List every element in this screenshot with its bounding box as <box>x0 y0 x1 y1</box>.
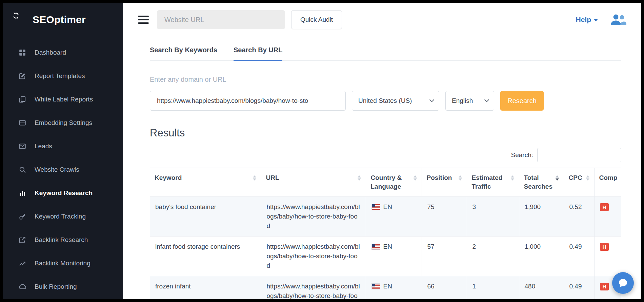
sidebar-item-keyword-research[interactable]: Keyword Research <box>3 181 123 205</box>
column-label: URL <box>266 173 279 182</box>
country-select[interactable]: United States (US) <box>352 91 439 111</box>
sort-icon-active[interactable] <box>556 175 559 181</box>
help-menu[interactable]: Help <box>576 16 598 24</box>
keyword-cell: frozen infant <box>150 276 261 300</box>
sort-icon[interactable] <box>459 175 462 181</box>
chevron-down-icon <box>429 97 434 102</box>
url-cell: https://www.happiestbaby.com/blogs/baby/… <box>261 276 366 300</box>
website-url-input[interactable] <box>157 10 285 29</box>
sidebar-item-website-crawls[interactable]: Website Crawls <box>3 158 123 181</box>
sort-icon[interactable] <box>414 175 417 181</box>
sidebar-item-label: Leads <box>35 143 52 150</box>
cloud-icon <box>18 283 26 291</box>
account-people-icon[interactable] <box>610 14 626 26</box>
brand-name: SEOptimer <box>33 14 86 25</box>
table-header-row: Keyword URL Country & Language Position … <box>150 168 621 197</box>
table-row: frozen infant https://www.happiestbaby.c… <box>150 276 621 300</box>
country-select-value: United States (US) <box>358 97 412 105</box>
sidebar-item-bulk-reporting[interactable]: Bulk Reporting <box>3 275 123 298</box>
column-header-country-language[interactable]: Country & Language <box>366 168 422 197</box>
column-header-cpc[interactable]: CPC <box>564 168 594 197</box>
searches-cell: 1,000 <box>519 237 564 276</box>
us-flag-icon <box>371 283 380 289</box>
country-cell: EN <box>366 197 422 237</box>
language-code: EN <box>383 282 392 291</box>
language-select-value: English <box>452 97 473 105</box>
bar-chart-icon <box>18 189 26 197</box>
chat-launcher-button[interactable] <box>612 272 634 294</box>
table-row: baby's food container https://www.happie… <box>150 197 621 237</box>
sidebar-item-label: Website Crawls <box>35 166 79 173</box>
tab-search-by-url[interactable]: Search By URL <box>234 46 283 61</box>
column-label: Keyword <box>155 173 182 182</box>
column-header-position[interactable]: Position <box>422 168 467 197</box>
cpc-cell: 0.52 <box>564 197 594 237</box>
menu-toggle-button[interactable] <box>138 16 149 24</box>
sidebar-item-dashboard[interactable]: Dashboard <box>3 41 123 64</box>
sort-icon[interactable] <box>358 175 361 181</box>
keyword-cell: infant food storage containers <box>150 237 261 276</box>
brand-logo[interactable]: SEOptimer <box>3 3 123 37</box>
search-form: United States (US) English Research <box>150 91 621 111</box>
table-search-label: Search: <box>511 151 533 159</box>
column-label: Estimated Traffic <box>472 173 508 191</box>
research-button[interactable]: Research <box>500 91 544 111</box>
sidebar-item-white-label-reports[interactable]: White Label Reports <box>3 88 123 111</box>
trend-line-icon <box>18 259 26 267</box>
sidebar-item-label: Keyword Research <box>35 189 93 197</box>
envelope-icon <box>18 142 26 150</box>
quick-audit-button[interactable]: Quick Audit <box>291 10 342 29</box>
position-cell: 75 <box>422 197 467 237</box>
searches-cell: 480 <box>519 276 564 300</box>
searches-cell: 1,900 <box>519 197 564 237</box>
sidebar-item-label: White Label Reports <box>35 96 93 103</box>
language-code: EN <box>383 242 392 251</box>
sidebar-item-backlink-monitoring[interactable]: Backlink Monitoring <box>3 251 123 275</box>
sort-icon[interactable] <box>586 175 589 181</box>
us-flag-icon <box>371 244 380 250</box>
url-cell: https://www.happiestbaby.com/blogs/baby/… <box>261 197 366 237</box>
competition-badge: H <box>600 283 609 290</box>
column-header-competition[interactable]: Comp <box>594 168 621 197</box>
domain-input-label: Enter any domain or URL <box>150 76 621 83</box>
sidebar-item-embedding-settings[interactable]: Embedding Settings <box>3 111 123 134</box>
column-label: Position <box>427 173 452 182</box>
country-cell: EN <box>366 276 422 300</box>
language-select[interactable]: English <box>445 91 494 111</box>
domain-url-input[interactable] <box>150 91 346 111</box>
url-cell: https://www.happiestbaby.com/blogs/baby/… <box>261 237 366 276</box>
sort-icon[interactable] <box>253 175 256 181</box>
sidebar-item-label: Dashboard <box>35 49 66 56</box>
sidebar-item-keyword-tracking[interactable]: Keyword Tracking <box>3 205 123 228</box>
competition-badge: H <box>600 243 609 251</box>
column-header-estimated-traffic[interactable]: Estimated Traffic <box>467 168 519 197</box>
position-cell: 57 <box>422 237 467 276</box>
chevron-down-icon <box>484 97 489 102</box>
caret-down-icon <box>594 19 598 21</box>
sidebar-item-backlink-research[interactable]: Backlink Research <box>3 228 123 251</box>
column-label: Comp <box>599 173 618 182</box>
help-label: Help <box>576 16 591 24</box>
table-search-row: Search: <box>150 148 621 162</box>
language-code: EN <box>383 202 392 212</box>
embed-card-icon <box>18 119 26 127</box>
seoptimer-logo-icon <box>12 12 28 27</box>
sidebar-item-label: Backlink Monitoring <box>35 260 90 267</box>
traffic-cell: 1 <box>467 276 519 300</box>
tab-search-by-keywords[interactable]: Search By Keywords <box>150 46 217 61</box>
magnifier-icon <box>18 166 26 174</box>
sidebar-nav: Dashboard Report Templates White Label R… <box>3 37 123 298</box>
sidebar-item-report-templates[interactable]: Report Templates <box>3 64 123 88</box>
sidebar-item-leads[interactable]: Leads <box>3 134 123 158</box>
copy-pages-icon <box>18 95 26 103</box>
column-header-keyword[interactable]: Keyword <box>150 168 261 197</box>
cpc-cell: 0.49 <box>564 237 594 276</box>
sidebar-item-label: Bulk Reporting <box>35 283 77 290</box>
key-icon <box>18 212 26 221</box>
column-header-url[interactable]: URL <box>261 168 366 197</box>
external-link-icon <box>18 236 26 244</box>
results-table-container: Keyword URL Country & Language Position … <box>150 168 621 299</box>
table-search-input[interactable] <box>537 148 621 162</box>
column-header-total-searches[interactable]: Total Searches <box>519 168 564 197</box>
sort-icon[interactable] <box>511 175 514 181</box>
